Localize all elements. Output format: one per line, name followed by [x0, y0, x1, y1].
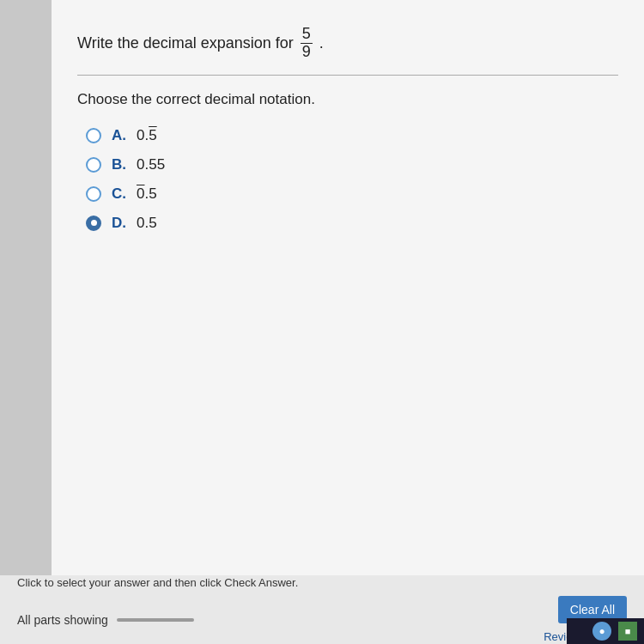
overline-a: 5	[149, 127, 156, 143]
option-label-c: C.	[112, 185, 126, 203]
radio-d[interactable]	[86, 216, 101, 231]
fraction-denominator: 9	[301, 44, 313, 61]
divider	[77, 75, 618, 76]
bottom-note: Click to select your answer and then cli…	[17, 576, 627, 589]
radio-b[interactable]	[86, 157, 101, 173]
option-text-d: 0.5	[137, 215, 157, 232]
taskbar: ● ■	[567, 618, 644, 644]
app-icon[interactable]: ■	[618, 622, 637, 641]
option-label-d: D.	[112, 215, 126, 232]
option-row-d[interactable]: D. 0.5	[86, 215, 618, 232]
option-text-a: 0.5	[137, 127, 157, 144]
radio-a[interactable]	[86, 128, 101, 143]
option-text-c: 0.5	[137, 185, 157, 203]
overline-c: 0	[137, 185, 144, 202]
progress-bar-track	[117, 618, 194, 622]
fraction-numerator: 5	[301, 26, 313, 44]
option-row-b[interactable]: B. 0.55	[86, 156, 618, 173]
bottom-footer: All parts showing Clear All Review progr…	[17, 596, 627, 643]
option-row-c[interactable]: C. 0.5	[86, 185, 618, 203]
fraction: 5 9	[301, 26, 313, 61]
all-parts-row: All parts showing	[17, 613, 194, 627]
browser-icon[interactable]: ●	[592, 622, 611, 641]
option-label-b: B.	[112, 156, 126, 173]
radio-c[interactable]	[86, 186, 101, 202]
sub-question: Choose the correct decimal notation.	[77, 91, 618, 108]
main-panel: Write the decimal expansion for 5 9 . Ch…	[52, 0, 644, 575]
question-prefix: Write the decimal expansion for	[77, 34, 294, 52]
bottom-bar: Click to select your answer and then cli…	[0, 575, 644, 644]
all-parts-label: All parts showing	[17, 613, 108, 627]
question-header: Write the decimal expansion for 5 9 .	[77, 26, 618, 61]
option-label-a: A.	[112, 127, 126, 144]
option-text-b: 0.55	[137, 156, 165, 173]
left-sidebar	[0, 0, 52, 575]
options-list: A. 0.5 B. 0.55 C. 0.5 D. 0.5	[86, 127, 618, 232]
option-row-a[interactable]: A. 0.5	[86, 127, 618, 144]
question-suffix: .	[319, 34, 324, 52]
